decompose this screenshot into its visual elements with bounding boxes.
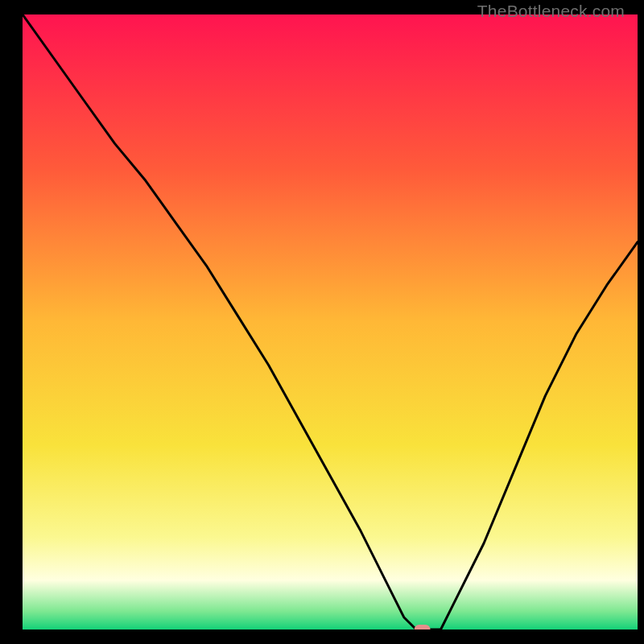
watermark-label: TheBottleneck.com (477, 2, 625, 21)
gradient-background (23, 14, 638, 630)
chart-frame: TheBottleneck.com (8, 0, 636, 636)
bottleneck-chart (23, 14, 638, 630)
optimal-point-marker (415, 625, 431, 630)
